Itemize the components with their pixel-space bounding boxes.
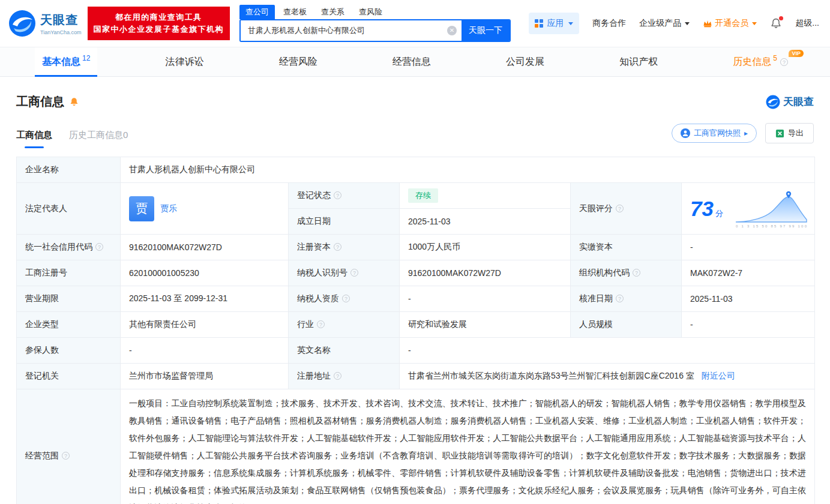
- help-icon[interactable]: [350, 269, 358, 277]
- taxpayer-quality-value: -: [400, 286, 571, 312]
- section-actions: 工商官网快照 ▸ 导出: [672, 123, 814, 148]
- help-icon[interactable]: [616, 295, 624, 302]
- arrow-right-icon: ▸: [744, 129, 748, 137]
- company-type-label: 企业类型: [17, 312, 121, 338]
- business-info-table: 企业名称 甘肃人形机器人创新中心有限公司 法定代表人 贾 贾乐 登记状态 存续 …: [16, 157, 815, 504]
- tab-intellectual-property[interactable]: 知识产权: [612, 47, 665, 76]
- export-label: 导出: [788, 128, 804, 139]
- tianyancha-logo-icon: [766, 95, 780, 109]
- subtab-history-business-info[interactable]: 历史工商信息0: [69, 130, 128, 148]
- reg-capital-value: 1000万人民币: [400, 235, 571, 260]
- help-icon[interactable]: [334, 243, 341, 251]
- staff-size-value: -: [682, 312, 815, 338]
- table-row: 参保人数 - 英文名称 -: [17, 338, 815, 364]
- tab-history-info[interactable]: 历史信息 5 VIP: [726, 47, 795, 76]
- search-tab-company[interactable]: 查公司: [239, 5, 275, 19]
- tab-label: 知识产权: [619, 56, 658, 68]
- reg-status-cell: 存续: [400, 183, 571, 209]
- tab-count: 12: [82, 54, 90, 62]
- tab-legal[interactable]: 法律诉讼: [158, 47, 211, 76]
- score-cell: 73分 0 1 3 15 50 85 97 99 100: [682, 183, 815, 235]
- official-snapshot-button[interactable]: 工商官网快照 ▸: [672, 124, 757, 143]
- open-vip-label: 开通会员: [715, 18, 748, 29]
- header-right-nav: 应用 商务合作 企业级产品 开通会员 超级...: [529, 13, 822, 34]
- vip-badge: VIP: [789, 50, 804, 57]
- help-icon[interactable]: [342, 295, 350, 302]
- section-header: 工商信息 天眼查: [0, 77, 830, 110]
- paid-capital-value: -: [682, 235, 815, 260]
- tab-label: 公司发展: [506, 56, 544, 68]
- subtab-business-info[interactable]: 工商信息: [16, 130, 52, 148]
- label-text: 注册资本: [297, 242, 331, 251]
- industry-value: 研究和试验发展: [400, 312, 571, 338]
- reg-authority-label: 登记机关: [17, 364, 121, 389]
- english-name-value: -: [400, 338, 815, 364]
- section-watermark-logo: 天眼查: [766, 95, 814, 109]
- table-row: 法定代表人 贾 贾乐 登记状态 存续 天眼评分 73分: [17, 183, 815, 209]
- reg-authority-value: 兰州市市场监督管理局: [121, 364, 289, 389]
- establish-date-value: 2025-11-03: [400, 209, 571, 235]
- nav-open-vip[interactable]: 开通会员: [703, 18, 757, 29]
- industry-label: 行业: [289, 312, 400, 338]
- tab-basic-info[interactable]: 基本信息 12: [35, 47, 97, 76]
- tab-count: 5: [773, 54, 777, 62]
- company-type-value: 其他有限责任公司: [121, 312, 289, 338]
- label-text: 注册地址: [297, 371, 331, 380]
- help-icon[interactable]: [334, 372, 341, 380]
- help-icon[interactable]: [95, 243, 103, 251]
- reg-status-label: 登记状态: [289, 183, 400, 209]
- score-value: 73: [690, 197, 714, 220]
- status-badge: 存续: [408, 188, 438, 203]
- tianyancha-logo[interactable]: 天眼查 TianYanCha.com: [8, 10, 82, 37]
- help-icon[interactable]: [62, 452, 70, 460]
- score-axis-ticks: 0 1 3 15 50 85 97 99 100: [736, 224, 807, 228]
- approval-date-value: 2025-11-03: [682, 286, 815, 312]
- notifications-bell[interactable]: [770, 17, 782, 29]
- label-text: 纳税人资质: [297, 293, 339, 303]
- subscribe-bell-icon[interactable]: [69, 97, 79, 107]
- nav-super-vip[interactable]: 超级...: [795, 18, 819, 29]
- search-tab-boss[interactable]: 查老板: [277, 5, 313, 19]
- table-row: 经营范围 一般项目：工业自动控制系统装置制造；技术服务、技术开发、技术咨询、技术…: [17, 389, 815, 504]
- approval-date-label: 核准日期: [571, 286, 682, 312]
- chevron-down-icon: [685, 22, 690, 25]
- search-button[interactable]: 天眼一下: [462, 20, 510, 41]
- promo-banner: 都在用的商业查询工具 国家中小企业发展子基金旗下机构: [88, 7, 230, 40]
- apps-label: 应用: [547, 18, 564, 29]
- tab-label: 经营风险: [279, 56, 317, 68]
- english-name-label: 英文名称: [289, 338, 400, 364]
- org-code-label: 组织机构代码: [571, 260, 682, 286]
- search-box: ✕ 天眼一下: [239, 19, 511, 42]
- export-button[interactable]: 导出: [765, 123, 814, 143]
- nearby-companies-link[interactable]: 附近公司: [702, 371, 735, 380]
- help-icon[interactable]: [616, 205, 624, 212]
- crown-icon: [703, 19, 712, 28]
- tab-label: 基本信息: [42, 56, 80, 68]
- tab-operating-info[interactable]: 经营信息: [385, 47, 438, 76]
- help-icon[interactable]: [317, 320, 325, 328]
- help-icon[interactable]: [633, 269, 640, 277]
- help-icon[interactable]: [334, 191, 341, 199]
- legal-rep-link[interactable]: 贾乐: [160, 203, 177, 214]
- subtab-row: 工商信息 历史工商信息0 工商官网快照 ▸ 导出: [0, 110, 830, 148]
- help-icon[interactable]: [780, 58, 788, 66]
- legal-rep-avatar[interactable]: 贾: [129, 196, 154, 221]
- promo-line1: 都在用的商业查询工具: [94, 11, 224, 23]
- credit-code-value: 91620100MAK072W27D: [121, 235, 289, 260]
- legal-rep-cell: 贾 贾乐: [121, 183, 289, 235]
- promo-line2: 国家中小企业发展子基金旗下机构: [94, 23, 224, 35]
- search-tab-relation[interactable]: 查关系: [315, 5, 350, 19]
- table-row: 工商注册号 620100001005230 纳税人识别号 91620100MAK…: [17, 260, 815, 286]
- brand-domain: TianYanCha.com: [40, 29, 82, 35]
- nav-enterprise[interactable]: 企业级产品: [639, 18, 690, 29]
- clear-icon[interactable]: ✕: [447, 26, 457, 35]
- tab-operating-risk[interactable]: 经营风险: [272, 47, 325, 76]
- score-label: 天眼评分: [571, 183, 682, 235]
- reg-capital-label: 注册资本: [289, 235, 400, 260]
- search-tab-risk[interactable]: 查风险: [353, 5, 388, 19]
- search-input[interactable]: [241, 20, 447, 41]
- tab-company-development[interactable]: 公司发展: [499, 47, 552, 76]
- apps-menu[interactable]: 应用: [529, 13, 579, 34]
- establish-date-label: 成立日期: [289, 209, 400, 235]
- nav-biz-coop[interactable]: 商务合作: [592, 18, 626, 29]
